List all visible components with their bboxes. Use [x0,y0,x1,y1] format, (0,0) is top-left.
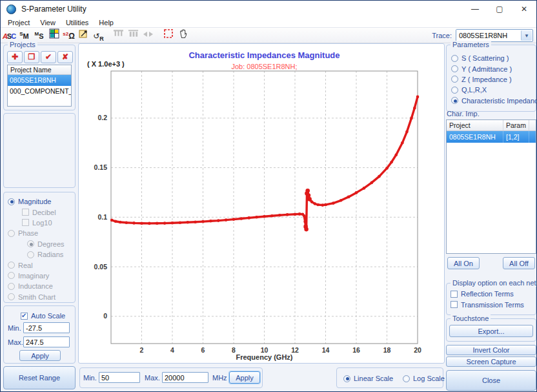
display-option-transmission-terms[interactable]: Transmission Terms [451,299,536,309]
degrees-radio [27,240,34,247]
table-cell: [1,2] [503,131,529,143]
decibel-checkbox [22,209,29,216]
parameter-q-l-r-x[interactable]: Q,L,R,X [447,85,536,95]
copy-project-icon[interactable]: ❐ [24,51,39,63]
project-list-header: Project Name [8,65,71,75]
trace-input[interactable] [456,30,520,41]
auto-scale-checkbox[interactable] [21,313,28,320]
svg-text:0.2: 0.2 [97,114,107,121]
freq-min-input[interactable] [99,372,140,383]
option-magnitude[interactable]: Magnitude [4,196,75,207]
column-header-param[interactable]: Param [503,120,529,130]
parameter-characteristic-impedance[interactable]: Characteristic Impedance [447,96,536,106]
y-max-label: Max. [8,338,23,346]
svg-text:0: 0 [103,312,107,320]
characteristic-impedance-radio [451,97,458,104]
parameter-z-impedance[interactable]: Z ( Impedance ) [447,74,536,85]
s-to-z-icon[interactable]: s2Ω [61,29,76,42]
z-impedance-radio [451,76,458,83]
app-window: S-Parameter Utility — ▢ ✕ ProjectViewUti… [0,0,537,392]
log-scale-radio [403,375,410,382]
project-toolbar: ✚❐✔✘ [7,50,74,63]
option-label: Real [18,262,33,269]
y-axis-multiplier-label: ( X 1.0e+3 ) [87,60,125,68]
parameter-label: Y ( Admittance ) [461,65,512,73]
y-scale-apply-button[interactable]: Apply [19,350,61,361]
parameter-y-admittance[interactable]: Y ( Admittance ) [447,63,536,74]
invert-color-button[interactable]: Invert Color [446,345,536,355]
trace-selector: Trace: ▼ [432,29,533,42]
screen-capture-button[interactable]: Screen Capture [446,356,536,367]
linear-scale-radio [343,375,350,382]
align-markers-icon [141,28,156,41]
imaginary-radio [8,272,15,279]
chevron-down-icon[interactable]: ▼ [521,30,532,41]
projects-group-label: Projects [8,41,37,48]
touchstone-group: Touchstone Export... [446,318,536,342]
option-label: Degrees [37,240,65,248]
q-factor-icon[interactable]: ↺R [91,30,106,43]
option-label: Radians [37,251,63,258]
pan-hand-icon[interactable] [176,27,190,40]
project-list-rows: 0805SE1R8NH000_COMPONENT_D. [8,75,71,97]
parameters-group-label: Parameters [451,41,491,48]
touchstone-grid-icon[interactable] [46,27,61,40]
scale-group: Auto Scale Min. Max. Apply [3,305,76,364]
option-label: Imaginary [18,272,49,280]
trace-combobox[interactable]: ▼ [456,29,533,42]
menu-item-view[interactable]: View [35,19,61,26]
auto-scale-label: Auto Scale [31,312,65,320]
reset-range-button[interactable]: Reset Range [3,366,76,389]
maximize-button[interactable]: ▢ [487,1,512,17]
x-axis-label: Frequency (GHz) [111,353,418,361]
close-window-button[interactable]: ✕ [512,1,536,17]
char-imp-label: Char. Imp. [447,110,480,118]
phase-radio [8,230,15,237]
chart-plot[interactable]: 00.050.10.150.22468101214161820 [79,44,444,363]
plot-marker-icon[interactable] [76,27,91,40]
table-row[interactable]: 0805SE1R8NH[1,2] [447,131,536,143]
freq-min-label: Min. [83,374,97,382]
display-option-label: Reflection Terms [461,290,514,298]
option-imaginary: Imaginary [4,271,75,281]
freq-max-input[interactable] [162,372,208,383]
menu-item-project[interactable]: Project [3,19,35,26]
axis-scale-linear-scale[interactable]: Linear Scale [343,373,393,384]
parameter-label: Characteristic Impedance [461,97,537,105]
y-max-input[interactable] [23,336,70,347]
touchstone-group-label: Touchstone [451,315,491,322]
auto-scale-option[interactable]: Auto Scale [21,311,65,321]
delete-project-icon[interactable]: ✘ [57,51,73,63]
client-area: Projects ✚❐✔✘ Project Name 0805SE1R8NH00… [1,43,536,391]
all-off-button[interactable]: All Off [503,257,535,269]
export-button[interactable]: Export... [449,325,533,337]
parameter-s-scattering[interactable]: S ( Scattering ) [447,53,536,63]
transmission-terms-checkbox [451,301,458,308]
char-imp-table-rows: 0805SE1R8NH[1,2] [447,131,536,143]
axis-scale-label: Log Scale [413,375,445,382]
display-option-reflection-terms[interactable]: Reflection Terms [451,289,536,299]
apply-project-icon[interactable]: ✔ [41,51,56,63]
chart-grid [111,71,418,344]
minimize-button[interactable]: — [463,1,487,17]
project-list-item[interactable]: 0805SE1R8NH [8,75,71,86]
title-bar: S-Parameter Utility — ▢ ✕ [1,1,536,17]
axis-scale-log-scale[interactable]: Log Scale [403,373,445,384]
y-min-input[interactable] [23,322,70,333]
svg-text:0.15: 0.15 [94,163,108,171]
menu-item-help[interactable]: Help [94,19,119,26]
close-button[interactable]: Close [446,370,536,391]
log10-checkbox [22,219,29,226]
project-list-item[interactable]: 000_COMPONENT_D. [8,86,71,97]
parameter-label: Q,L,R,X [461,86,487,94]
all-on-button[interactable]: All On [447,257,480,269]
display-format-group: MagnitudeDecibelLog10PhaseDegreesRadians… [3,192,76,303]
column-header-project[interactable]: Project [447,120,503,130]
add-project-icon[interactable]: ✚ [7,51,23,63]
menu-item-utilities[interactable]: Utilities [61,19,94,26]
zoom-area-icon[interactable] [161,27,176,40]
freq-max-label: Max. [145,374,160,382]
freq-apply-button[interactable]: Apply [229,371,260,384]
option-log10: Log10 [4,218,75,228]
s-scattering-radio [451,55,458,62]
